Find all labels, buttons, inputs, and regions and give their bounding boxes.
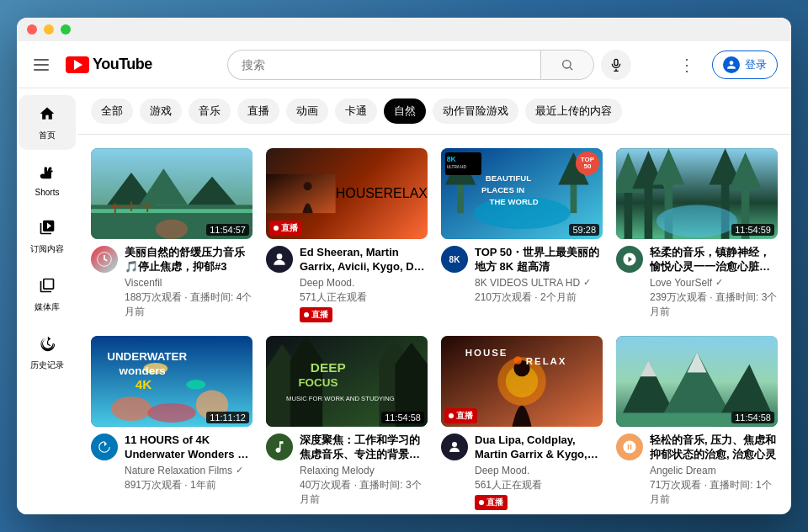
svg-text:BEAUTIFUL: BEAUTIFUL <box>486 173 531 183</box>
search-input[interactable] <box>227 50 540 80</box>
top50-badge: TOP50 <box>576 152 599 175</box>
thumbnail-6: DEEP FOCUS MUSIC FOR WORK AND STUDYING 1… <box>266 336 428 427</box>
channel-name-8: Angelic Dream <box>650 465 716 476</box>
shorts-icon <box>39 163 56 184</box>
svg-text:THE WORLD: THE WORLD <box>490 197 539 206</box>
video-meta-2: Ed Sheeran, Martin Garrix, Avicii, Kygo,… <box>300 246 428 322</box>
search-button[interactable] <box>540 50 594 80</box>
video-grid: 11:54:57 美丽自然的舒缓压力音乐🎵停止焦虑，抑郁#3 Viscenfil… <box>77 135 791 514</box>
video-stats-6: 40万次观看 · 直播时间: 3个月前 <box>300 478 428 507</box>
close-button[interactable] <box>27 24 37 35</box>
video-meta-5: 11 HOURS of 4K Underwater Wonders + Rela… <box>125 434 252 492</box>
duration-8: 11:54:58 <box>731 412 774 423</box>
subscriptions-icon <box>39 219 56 240</box>
history-icon <box>39 335 56 356</box>
video-title-4: 轻柔的音乐，镇静神经，愉悦心灵一一治愈心脏和血管的音乐 <box>650 246 778 274</box>
thumbnail-4: 11:54:59 <box>616 148 778 239</box>
user-avatar-icon <box>723 56 740 73</box>
filter-recent[interactable]: 最近上传的内容 <box>525 98 622 124</box>
duration-6: 11:54:58 <box>381 412 424 423</box>
sidebar-item-shorts[interactable]: Shorts <box>19 153 76 205</box>
video-stats-8: 71万次观看 · 直播时间: 1个月前 <box>650 478 778 507</box>
duration-3: 59:28 <box>569 224 599 236</box>
video-stats-1: 188万次观看 · 直播时间: 4个月前 <box>125 290 252 319</box>
video-title-3: TOP 50・世界上最美丽的地方 8K 超高清 <box>475 246 603 274</box>
video-meta-1: 美丽自然的舒缓压力音乐🎵停止焦虑，抑郁#3 Viscenfil 188万次观看 … <box>125 246 252 319</box>
sign-in-button[interactable]: 登录 <box>712 51 778 79</box>
thumbnail-3: 8K ULTRA HD BEAUTIFUL PLACES IN THE WORL… <box>441 148 603 239</box>
home-icon <box>39 105 56 126</box>
svg-point-0 <box>563 60 571 67</box>
svg-text:MUSIC FOR WORK AND STUDYING: MUSIC FOR WORK AND STUDYING <box>286 395 395 402</box>
video-title-5: 11 HOURS of 4K Underwater Wonders + Rela… <box>125 434 252 462</box>
svg-rect-24 <box>571 181 577 213</box>
video-stats-7: 561人正在观看 <box>475 478 603 492</box>
video-card-2[interactable]: HOUSE RELAX 直播 Ed Sheeran, <box>266 148 428 322</box>
channel-name-1: Viscenfil <box>125 277 162 289</box>
svg-point-15 <box>156 220 188 239</box>
svg-rect-17 <box>266 174 336 213</box>
video-title-6: 深度聚焦：工作和学习的焦虑音乐、专注的背景音乐、学习音... <box>300 434 428 462</box>
video-card-4[interactable]: 11:54:59 轻柔的音乐，镇静神经，愉悦心灵一一治愈心脏和血管的音乐 Lov… <box>616 148 778 322</box>
minimize-button[interactable] <box>44 24 54 35</box>
svg-text:4K: 4K <box>136 376 152 391</box>
video-info-2: Ed Sheeran, Martin Garrix, Avicii, Kygo,… <box>266 246 428 322</box>
video-meta-3: TOP 50・世界上最美丽的地方 8K 超高清 8K VIDEOS ULTRA … <box>475 246 603 305</box>
sidebar-item-home[interactable]: 首页 <box>19 95 76 150</box>
video-info-3: 8K TOP 50・世界上最美丽的地方 8K 超高清 8K VIDEOS ULT… <box>441 246 603 305</box>
youtube-play-icon <box>74 60 82 70</box>
logo[interactable]: YouTube <box>66 56 152 73</box>
video-card-3[interactable]: 8K ULTRA HD BEAUTIFUL PLACES IN THE WORL… <box>441 148 603 322</box>
avatar-4 <box>616 246 643 273</box>
library-icon <box>39 277 56 298</box>
filter-animation[interactable]: 动画 <box>286 98 328 124</box>
mic-button[interactable] <box>601 50 631 80</box>
svg-line-1 <box>570 67 572 70</box>
sidebar-item-history[interactable]: 历史记录 <box>19 325 76 380</box>
video-card-7[interactable]: HOUSE RELAX 直播 <box>441 336 603 510</box>
avatar-7 <box>441 434 468 460</box>
svg-rect-2 <box>614 59 618 65</box>
sidebar-item-library[interactable]: 媒体库 <box>19 267 76 322</box>
video-info-8: 轻松的音乐, 压力、焦虑和抑郁状态的治愈, 治愈心灵 Angelic Dream… <box>616 434 778 507</box>
avatar-6 <box>266 434 293 460</box>
svg-point-19 <box>277 253 283 259</box>
filter-nature[interactable]: 自然 <box>384 98 426 124</box>
live-badge-7: 直播 <box>444 408 477 423</box>
video-info-1: 美丽自然的舒缓压力音乐🎵停止焦虑，抑郁#3 Viscenfil 188万次观看 … <box>91 246 252 319</box>
video-card-1[interactable]: 11:54:57 美丽自然的舒缓压力音乐🎵停止焦虑，抑郁#3 Viscenfil… <box>91 148 252 322</box>
filter-action[interactable]: 动作冒险游戏 <box>433 98 518 124</box>
filter-cards[interactable]: 卡通 <box>335 98 377 124</box>
video-title-7: Dua Lipa, Coldplay, Martin Garrix & Kygo… <box>475 434 603 462</box>
video-meta-4: 轻柔的音乐，镇静神经，愉悦心灵一一治愈心脏和血管的音乐 Love YourSel… <box>650 246 778 319</box>
svg-rect-22 <box>457 181 464 213</box>
avatar-3: 8K <box>441 246 468 273</box>
sidebar-subscriptions-label: 订阅内容 <box>30 243 64 255</box>
filter-all[interactable]: 全部 <box>91 98 133 124</box>
thumbnail-1: 11:54:57 <box>91 148 252 239</box>
avatar-8 <box>616 434 643 460</box>
menu-button[interactable] <box>30 56 52 74</box>
video-card-8[interactable]: 11:54:58 轻松的音乐, 压力、焦虑和抑郁状态的治愈, 治愈心灵 Ange… <box>616 336 778 510</box>
video-card-5[interactable]: UNDERWATER wonders 4K 11:11:12 11 HOUR <box>91 336 252 510</box>
thumbnail-2: HOUSE RELAX 直播 <box>266 148 428 239</box>
video-title-1: 美丽自然的舒缓压力音乐🎵停止焦虑，抑郁#3 <box>125 246 252 274</box>
svg-point-67 <box>513 356 522 364</box>
video-info-7: Dua Lipa, Coldplay, Martin Garrix & Kygo… <box>441 434 603 510</box>
more-options-button[interactable]: ⋮ <box>675 51 699 78</box>
video-meta-7: Dua Lipa, Coldplay, Martin Garrix & Kygo… <box>475 434 603 510</box>
sidebar-item-subscriptions[interactable]: 订阅内容 <box>19 209 76 263</box>
verified-icon-3: ✓ <box>583 277 591 288</box>
filter-live[interactable]: 直播 <box>237 98 279 124</box>
avatar-5 <box>91 434 118 460</box>
verified-icon-5: ✓ <box>236 465 243 476</box>
filter-music[interactable]: 音乐 <box>189 98 231 124</box>
maximize-button[interactable] <box>61 24 71 35</box>
video-stats-4: 239万次观看 · 直播时间: 3个月前 <box>650 290 778 319</box>
svg-text:PLACES IN: PLACES IN <box>481 185 524 194</box>
video-info-5: 11 HOURS of 4K Underwater Wonders + Rela… <box>91 434 252 492</box>
video-title-8: 轻松的音乐, 压力、焦虑和抑郁状态的治愈, 治愈心灵 <box>650 434 778 462</box>
filter-games[interactable]: 游戏 <box>140 98 182 124</box>
video-card-6[interactable]: DEEP FOCUS MUSIC FOR WORK AND STUDYING 1… <box>266 336 428 510</box>
mic-icon <box>609 58 623 72</box>
